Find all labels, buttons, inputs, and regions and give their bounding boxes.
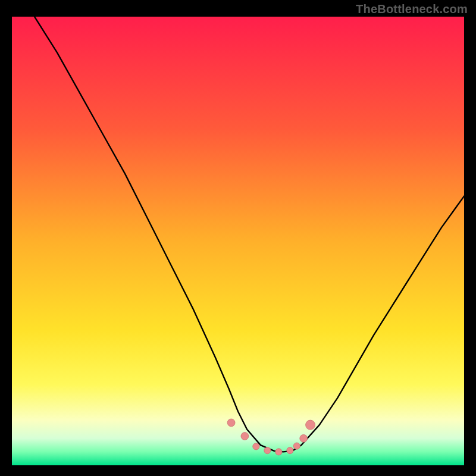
plot-area [12,17,464,465]
trough-marker [227,419,235,427]
chart-frame: TheBottleneck.com [0,0,476,476]
trough-marker [253,443,259,450]
gradient-background [12,17,464,465]
trough-marker [293,443,300,449]
trough-marker [287,447,293,454]
watermark-label: TheBottleneck.com [356,2,468,16]
chart-svg [12,17,464,465]
trough-marker [306,420,315,430]
trough-marker [264,447,271,454]
trough-marker [241,433,249,440]
trough-marker [300,434,308,442]
trough-marker [275,449,282,455]
